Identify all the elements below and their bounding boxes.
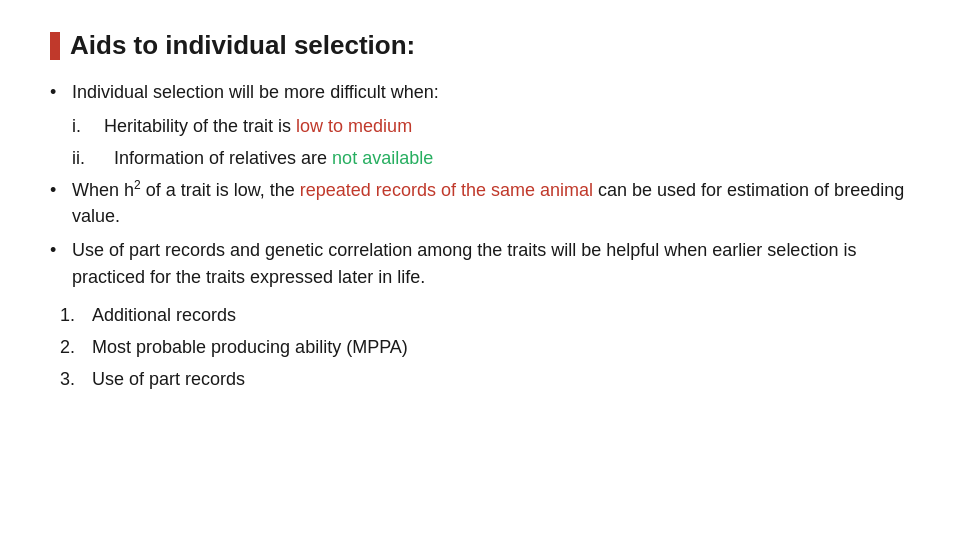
list-item: 3. Use of part records <box>50 366 910 392</box>
text-line-h2: When h2 of a trait is low, the repeated … <box>72 177 910 229</box>
number-1: 1. <box>60 302 92 328</box>
content-area: • Individual selection will be more diff… <box>50 79 910 392</box>
bullet-symbol: • <box>50 79 72 105</box>
slide-title: Aids to individual selection: <box>70 30 415 61</box>
bullet-symbol-2: • <box>50 177 72 203</box>
title-row: Aids to individual selection: <box>50 30 910 61</box>
roman-numeral-ii: ii. <box>72 145 114 171</box>
superscript-2: 2 <box>134 178 141 192</box>
highlight-not-available: not available <box>332 148 433 168</box>
list-item: • Use of part records and genetic correl… <box>50 237 910 289</box>
roman-numeral-i: i. <box>72 113 104 139</box>
highlight-repeated-records: repeated records of the same animal <box>300 180 593 200</box>
list-item: 1. Additional records <box>50 302 910 328</box>
list-item: 2. Most probable producing ability (MPPA… <box>50 334 910 360</box>
text-use-part-records: Use of part records <box>92 366 245 392</box>
list-item: • Individual selection will be more diff… <box>50 79 910 105</box>
number-2: 2. <box>60 334 92 360</box>
text-line-roman-ii: Information of relatives are not availab… <box>114 145 433 171</box>
text-line-1: Individual selection will be more diffic… <box>72 79 439 105</box>
text-line-part-records: Use of part records and genetic correlat… <box>72 237 910 289</box>
title-bracket-icon <box>50 32 60 60</box>
slide: Aids to individual selection: • Individu… <box>0 0 960 540</box>
list-item: i. Heritability of the trait is low to m… <box>50 113 910 139</box>
bullet-symbol-3: • <box>50 237 72 263</box>
number-3: 3. <box>60 366 92 392</box>
text-line-roman-i: Heritability of the trait is low to medi… <box>104 113 412 139</box>
text-mppa: Most probable producing ability (MPPA) <box>92 334 408 360</box>
list-item: • When h2 of a trait is low, the repeate… <box>50 177 910 229</box>
list-item: ii. Information of relatives are not ava… <box>50 145 910 171</box>
text-additional-records: Additional records <box>92 302 236 328</box>
highlight-low-medium: low to medium <box>296 116 412 136</box>
